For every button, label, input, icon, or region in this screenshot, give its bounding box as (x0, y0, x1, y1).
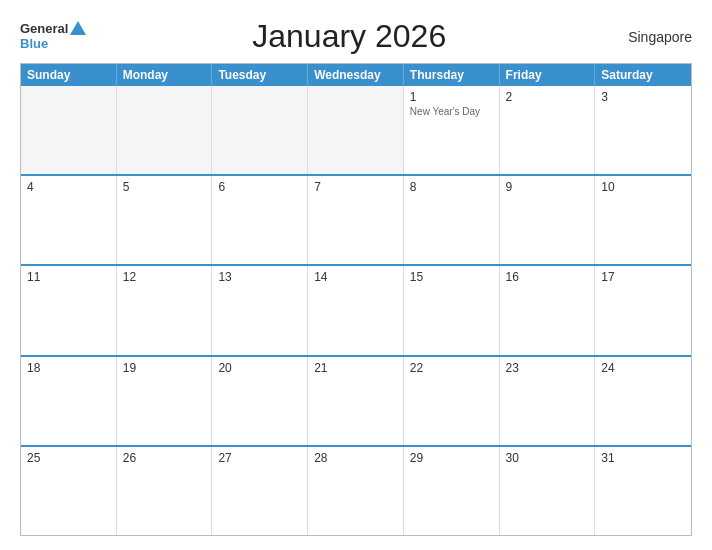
day-header-sunday: Sunday (21, 64, 117, 86)
day-cell: 28 (308, 447, 404, 535)
day-number: 6 (218, 180, 301, 194)
day-cell: 19 (117, 357, 213, 445)
day-cell: 10 (595, 176, 691, 264)
holiday-label: New Year's Day (410, 106, 493, 118)
day-cell: 7 (308, 176, 404, 264)
day-number: 14 (314, 270, 397, 284)
week-row-2: 45678910 (21, 174, 691, 264)
day-header-friday: Friday (500, 64, 596, 86)
day-cell: 4 (21, 176, 117, 264)
day-cell: 13 (212, 266, 308, 354)
day-number: 30 (506, 451, 589, 465)
day-cell: 14 (308, 266, 404, 354)
day-number: 8 (410, 180, 493, 194)
day-cell: 12 (117, 266, 213, 354)
day-cell: 5 (117, 176, 213, 264)
day-header-tuesday: Tuesday (212, 64, 308, 86)
day-cell (21, 86, 117, 174)
day-cell: 11 (21, 266, 117, 354)
day-cell: 3 (595, 86, 691, 174)
day-cell: 26 (117, 447, 213, 535)
day-cell (117, 86, 213, 174)
day-cell: 29 (404, 447, 500, 535)
day-number: 18 (27, 361, 110, 375)
day-cell: 9 (500, 176, 596, 264)
day-number: 27 (218, 451, 301, 465)
day-cell: 15 (404, 266, 500, 354)
day-number: 15 (410, 270, 493, 284)
day-number: 29 (410, 451, 493, 465)
day-number: 21 (314, 361, 397, 375)
logo: General Blue (20, 22, 86, 51)
logo-block: General Blue (20, 22, 86, 51)
weeks-container: 1New Year's Day2345678910111213141516171… (21, 86, 691, 535)
day-number: 5 (123, 180, 206, 194)
day-cell: 18 (21, 357, 117, 445)
day-cell: 8 (404, 176, 500, 264)
day-number: 28 (314, 451, 397, 465)
day-cell: 6 (212, 176, 308, 264)
day-header-thursday: Thursday (404, 64, 500, 86)
day-cell: 23 (500, 357, 596, 445)
day-cell: 16 (500, 266, 596, 354)
day-cell: 1New Year's Day (404, 86, 500, 174)
day-number: 9 (506, 180, 589, 194)
day-number: 16 (506, 270, 589, 284)
day-number: 17 (601, 270, 685, 284)
day-cell: 27 (212, 447, 308, 535)
day-number: 11 (27, 270, 110, 284)
day-cell: 17 (595, 266, 691, 354)
calendar-page: General Blue January 2026 Singapore Sund… (0, 0, 712, 550)
calendar-grid: SundayMondayTuesdayWednesdayThursdayFrid… (20, 63, 692, 536)
day-number: 1 (410, 90, 493, 104)
day-number: 10 (601, 180, 685, 194)
week-row-4: 18192021222324 (21, 355, 691, 445)
region-label: Singapore (612, 29, 692, 45)
week-row-3: 11121314151617 (21, 264, 691, 354)
day-number: 20 (218, 361, 301, 375)
day-cell: 22 (404, 357, 500, 445)
day-header-wednesday: Wednesday (308, 64, 404, 86)
day-cell: 25 (21, 447, 117, 535)
day-number: 3 (601, 90, 685, 104)
day-number: 24 (601, 361, 685, 375)
logo-triangle-icon (70, 21, 86, 35)
day-headers-row: SundayMondayTuesdayWednesdayThursdayFrid… (21, 64, 691, 86)
day-number: 13 (218, 270, 301, 284)
day-number: 26 (123, 451, 206, 465)
day-number: 23 (506, 361, 589, 375)
calendar-header: General Blue January 2026 Singapore (20, 18, 692, 55)
day-number: 2 (506, 90, 589, 104)
day-cell: 2 (500, 86, 596, 174)
day-number: 19 (123, 361, 206, 375)
day-cell: 20 (212, 357, 308, 445)
day-number: 31 (601, 451, 685, 465)
week-row-5: 25262728293031 (21, 445, 691, 535)
week-row-1: 1New Year's Day23 (21, 86, 691, 174)
day-header-monday: Monday (117, 64, 213, 86)
day-cell: 24 (595, 357, 691, 445)
day-number: 7 (314, 180, 397, 194)
day-cell: 31 (595, 447, 691, 535)
day-number: 12 (123, 270, 206, 284)
day-number: 22 (410, 361, 493, 375)
logo-blue: Blue (20, 37, 86, 51)
day-cell (212, 86, 308, 174)
calendar-title: January 2026 (86, 18, 612, 55)
day-header-saturday: Saturday (595, 64, 691, 86)
day-cell: 30 (500, 447, 596, 535)
day-number: 4 (27, 180, 110, 194)
day-cell (308, 86, 404, 174)
day-cell: 21 (308, 357, 404, 445)
logo-general: General (20, 22, 68, 36)
day-number: 25 (27, 451, 110, 465)
